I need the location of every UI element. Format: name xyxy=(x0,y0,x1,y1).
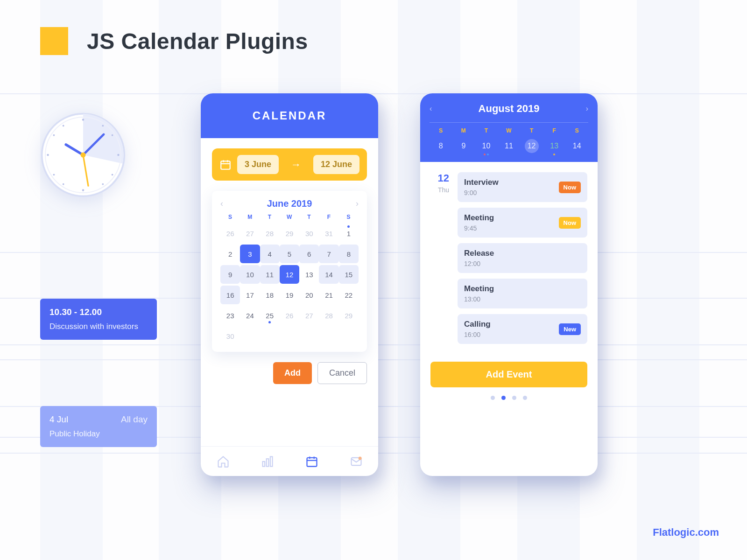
dow-label: T xyxy=(475,127,498,134)
calendar-day[interactable]: 13 xyxy=(299,265,319,284)
calendar-day[interactable]: 17 xyxy=(240,286,260,304)
calendar-day[interactable]: 26 xyxy=(280,306,299,325)
prev-month-button[interactable]: ‹ xyxy=(220,199,223,209)
calendar-day[interactable]: 24 xyxy=(240,306,260,325)
add-button[interactable]: Add xyxy=(273,362,312,384)
svg-point-2 xyxy=(82,119,84,120)
calendar-day[interactable]: 19 xyxy=(280,286,299,304)
dow-label: S xyxy=(339,214,359,220)
agenda-card: ‹ August 2019 › SMTWTFS 891011121314 12 … xyxy=(420,93,598,476)
accent-square xyxy=(40,27,68,55)
event-time: 12:00 xyxy=(464,260,494,267)
dow-label: W xyxy=(498,127,521,134)
calendar-day[interactable]: 31 xyxy=(319,224,338,243)
side-event-desc: Public Holiday xyxy=(49,429,148,439)
week-day[interactable]: 13 xyxy=(543,138,566,154)
calendar-day[interactable]: 2 xyxy=(220,245,240,263)
calendar-day[interactable]: 3 xyxy=(240,245,260,263)
calendar-day[interactable]: 7 xyxy=(319,245,338,263)
selected-day-of-week: Thu xyxy=(430,186,449,194)
event-item[interactable]: Calling16:00New xyxy=(458,314,587,344)
calendar-day[interactable]: 18 xyxy=(260,286,280,304)
add-event-button[interactable]: Add Event xyxy=(430,362,587,387)
range-start[interactable]: 3 June xyxy=(237,155,279,174)
calendar-day[interactable]: 14 xyxy=(319,265,338,284)
calendar-day[interactable]: 29 xyxy=(280,224,299,243)
cancel-button[interactable]: Cancel xyxy=(317,362,367,384)
side-event-tag: All day xyxy=(121,414,148,425)
calendar-day[interactable]: 28 xyxy=(260,224,280,243)
prev-month-button[interactable]: ‹ xyxy=(430,105,432,113)
calendar-day[interactable]: 5 xyxy=(280,245,299,263)
calendar-day[interactable]: 26 xyxy=(220,224,240,243)
page-dot[interactable] xyxy=(491,396,495,400)
dow-label: S xyxy=(430,127,452,134)
calendar-day[interactable]: 15 xyxy=(339,265,359,284)
week-day[interactable]: 14 xyxy=(565,138,588,154)
calendar-day[interactable]: 27 xyxy=(299,306,319,325)
event-time: 13:00 xyxy=(464,295,494,303)
home-icon[interactable] xyxy=(217,455,230,468)
event-badge: Now xyxy=(559,182,581,193)
event-time: 9:45 xyxy=(464,224,494,232)
calendar-day[interactable]: 4 xyxy=(260,245,280,263)
side-event-holiday[interactable]: 4 Jul All day Public Holiday xyxy=(40,406,157,447)
date-range-selector[interactable]: 3 June → 12 June xyxy=(212,148,367,181)
event-item[interactable]: Meeting13:00 xyxy=(458,279,587,308)
next-month-button[interactable]: › xyxy=(356,199,359,209)
week-day[interactable]: 12 xyxy=(520,138,543,154)
svg-point-11 xyxy=(53,174,55,175)
event-item[interactable]: Meeting9:45Now xyxy=(458,208,587,238)
clock-illustration xyxy=(40,112,126,198)
event-badge: New xyxy=(559,323,581,335)
page-dot[interactable] xyxy=(501,396,506,400)
calendar-day[interactable]: 10 xyxy=(240,265,260,284)
calendar-day[interactable]: 28 xyxy=(319,306,338,325)
calendar-day[interactable]: 21 xyxy=(319,286,338,304)
dow-label: F xyxy=(543,127,566,134)
event-item[interactable]: Release12:00 xyxy=(458,243,587,273)
week-day[interactable]: 10 xyxy=(475,138,498,154)
dow-label: W xyxy=(280,214,299,220)
calendar-day[interactable]: 25 xyxy=(260,306,280,325)
svg-point-9 xyxy=(102,183,104,185)
svg-point-10 xyxy=(63,183,64,185)
month-label: August 2019 xyxy=(479,103,540,115)
next-month-button[interactable]: › xyxy=(586,105,588,113)
page-dot[interactable] xyxy=(512,396,516,400)
side-event-investors[interactable]: 10.30 - 12.00 Discussion with investors xyxy=(40,299,157,340)
calendar-day[interactable]: 8 xyxy=(339,245,359,263)
mail-icon[interactable] xyxy=(350,455,363,468)
calendar-day[interactable]: 9 xyxy=(220,265,240,284)
chart-icon[interactable] xyxy=(261,455,274,468)
calendar-day[interactable]: 6 xyxy=(299,245,319,263)
calendar-day[interactable]: 12 xyxy=(280,265,299,284)
event-item[interactable]: Interview9:00Now xyxy=(458,172,587,202)
calendar-day[interactable]: 30 xyxy=(299,224,319,243)
event-title: Meeting xyxy=(464,284,494,294)
calendar-day[interactable]: 11 xyxy=(260,265,280,284)
calendar-day[interactable]: 1 xyxy=(339,224,359,243)
calendar-day[interactable]: 16 xyxy=(220,286,240,304)
calendar-day[interactable]: 29 xyxy=(339,306,359,325)
brand-link[interactable]: Flatlogic.com xyxy=(653,526,719,539)
svg-rect-25 xyxy=(307,457,317,466)
week-day[interactable]: 9 xyxy=(452,138,475,154)
calendar-day[interactable]: 23 xyxy=(220,306,240,325)
calendar-day[interactable]: 27 xyxy=(240,224,260,243)
page-dot[interactable] xyxy=(523,396,527,400)
svg-point-7 xyxy=(112,134,113,136)
arrow-right-icon: → xyxy=(284,159,308,171)
calendar-day[interactable]: 30 xyxy=(220,327,240,345)
calendar-icon[interactable] xyxy=(305,455,318,468)
range-end[interactable]: 12 June xyxy=(313,155,359,174)
calendar-picker-card: CALENDAR 3 June → 12 June ‹ June 2019 › … xyxy=(201,93,378,476)
calendar-day[interactable]: 22 xyxy=(339,286,359,304)
page-indicator xyxy=(420,396,598,409)
week-day[interactable]: 8 xyxy=(430,138,452,154)
selected-day-number: 12 xyxy=(430,172,449,184)
week-day[interactable]: 11 xyxy=(498,138,521,154)
svg-rect-23 xyxy=(266,459,268,466)
calendar-day[interactable]: 20 xyxy=(299,286,319,304)
event-title: Release xyxy=(464,249,494,258)
